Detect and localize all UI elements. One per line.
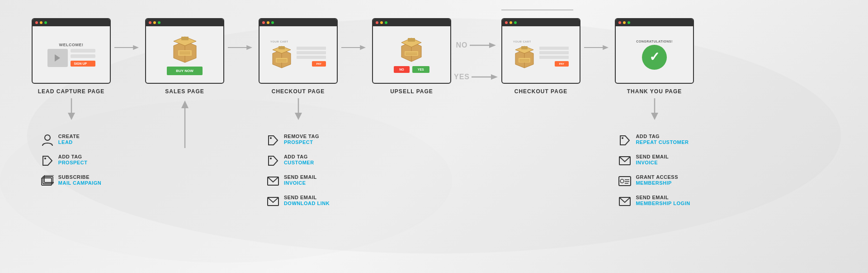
up-inner: NO YES <box>394 36 429 73</box>
svg-rect-15 <box>178 50 192 56</box>
customer-value: CUSTOMER <box>284 160 314 166</box>
arrow-4 <box>580 41 615 54</box>
invoice-value-1: INVOICE <box>284 180 317 186</box>
add-tag-label-2: ADD TAG <box>284 154 314 160</box>
remove-tag-text: REMOVE TAG PROSPECT <box>284 134 319 145</box>
send-email-label-2: SEND EMAIL <box>284 195 330 201</box>
create-lead-text: CREATE LEAD <box>58 134 80 145</box>
ty-inner: CONGRATULATIONS! ✓ <box>636 40 672 70</box>
svg-rect-41 <box>405 51 418 56</box>
browser-titlebar-3 <box>259 19 337 26</box>
cp2-right: PAY <box>539 47 569 67</box>
svg-rect-53 <box>519 58 530 62</box>
arrow-2 <box>224 41 259 54</box>
signup-button[interactable]: SIGN UP <box>71 61 95 67</box>
dot-yellow <box>40 21 42 24</box>
thankyou-browser: CONGRATULATIONS! ✓ <box>615 18 694 84</box>
upsell-box-icon <box>398 36 425 63</box>
sales-label: SALES PAGE <box>165 88 204 95</box>
down-arrow-thankyou <box>648 98 661 123</box>
pay-button-2[interactable]: PAY <box>555 61 569 67</box>
dot-red-6 <box>618 21 621 24</box>
person-icon <box>41 134 54 147</box>
create-label: CREATE <box>58 134 80 139</box>
email-icon-4 <box>618 195 631 208</box>
tag-icon-1 <box>41 154 54 167</box>
congratulations-text: CONGRATULATIONS! <box>636 40 672 43</box>
dot-red-4 <box>376 21 378 24</box>
svg-point-63 <box>620 179 624 183</box>
send-email-label-3: SEND EMAIL <box>636 154 669 160</box>
upsell-column: NO YES UPSELL PAGE <box>372 18 451 95</box>
sp-inner: BUY NOW <box>167 34 203 75</box>
svg-rect-52 <box>521 46 528 49</box>
dot-green-5 <box>514 21 517 24</box>
buy-now-button[interactable]: BUY NOW <box>167 67 203 75</box>
no-path-arrow <box>501 0 580 16</box>
browser-titlebar <box>33 19 110 26</box>
sales-column: BUY NOW SALES PAGE <box>145 18 224 148</box>
dot-green-4 <box>385 21 387 24</box>
yes-label: YES <box>454 73 470 81</box>
subscribe-label: SUBSCRIBE <box>58 174 101 180</box>
svg-marker-36 <box>360 45 366 50</box>
dot-yellow-4 <box>380 21 383 24</box>
upsell-content: NO YES <box>373 26 450 83</box>
cp-left: YOUR CART <box>270 40 293 69</box>
invoice-value-2: INVOICE <box>636 160 669 166</box>
field-2 <box>71 54 95 58</box>
cp2-field-1 <box>539 47 569 50</box>
no-button[interactable]: NO <box>394 66 410 73</box>
repeat-customer-value: REPEAT CUSTOMER <box>636 139 689 145</box>
tag-icon-4 <box>618 134 631 147</box>
browser-titlebar-4 <box>373 19 450 26</box>
cp2-field-2 <box>539 51 569 54</box>
dot-red-3 <box>262 21 265 24</box>
mail-campaign-value: MAIL CAMPAIGN <box>58 180 101 186</box>
cp-field-1 <box>297 47 326 50</box>
pay-button[interactable]: PAY <box>312 61 326 67</box>
lead-capture-browser: WELCOME! SIGN UP <box>32 18 111 84</box>
dot-green-6 <box>627 21 630 24</box>
dot-green-3 <box>271 21 274 24</box>
svg-marker-3 <box>68 113 75 120</box>
action-send-email-invoice2: SEND EMAIL INVOICE <box>618 154 669 167</box>
add-tag-prospect-text: ADD TAG PROSPECT <box>58 154 88 166</box>
download-link-value: DOWNLOAD LINK <box>284 201 330 206</box>
thankyou-column: CONGRATULATIONS! ✓ THANK YOU PAGE <box>615 18 694 208</box>
svg-point-4 <box>45 135 50 140</box>
svg-marker-45 <box>489 43 496 48</box>
no-branch: NO <box>456 41 497 50</box>
svg-marker-21 <box>246 45 252 50</box>
arrow-1 <box>111 41 145 54</box>
cp2-left: YOUR CART <box>513 40 536 69</box>
cp-field-2 <box>297 51 326 54</box>
no-yes-arrows: NO YES <box>451 41 501 81</box>
svg-rect-62 <box>619 177 631 186</box>
checkout1-content: YOUR CART <box>259 26 337 83</box>
browser-titlebar-2 <box>146 19 223 26</box>
send-email-invoice1-text: SEND EMAIL INVOICE <box>284 174 317 186</box>
svg-marker-57 <box>603 45 609 50</box>
cart-label-2: YOUR CART <box>513 40 536 43</box>
yes-button[interactable]: YES <box>412 66 429 73</box>
action-add-tag-customer: ADD TAG CUSTOMER <box>267 154 314 167</box>
action-send-email-download: SEND EMAIL DOWNLOAD LINK <box>267 195 330 208</box>
svg-marker-59 <box>651 113 658 120</box>
add-tag-customer-text: ADD TAG CUSTOMER <box>284 154 314 166</box>
action-remove-tag: REMOVE TAG PROSPECT <box>267 134 319 147</box>
svg-point-60 <box>622 137 623 139</box>
action-grant-access: GRANT ACCESS MEMBERSHIP <box>618 174 678 187</box>
thankyou-label: THANK YOU PAGE <box>627 88 682 95</box>
lead-value: LEAD <box>58 139 80 145</box>
send-email-invoice2-text: SEND EMAIL INVOICE <box>636 154 669 166</box>
upsell-browser: NO YES <box>372 18 451 84</box>
svg-point-5 <box>44 158 46 159</box>
no-label: NO <box>456 41 468 49</box>
email-icon-1 <box>267 175 279 187</box>
checkout1-label: CHECKOUT PAGE <box>272 88 325 95</box>
action-add-tag-repeat: ADD TAG REPEAT CUSTOMER <box>618 134 689 147</box>
action-create-lead: CREATE LEAD <box>41 134 80 147</box>
prospect-value-2: PROSPECT <box>284 139 319 145</box>
dot-yellow-6 <box>623 21 626 24</box>
